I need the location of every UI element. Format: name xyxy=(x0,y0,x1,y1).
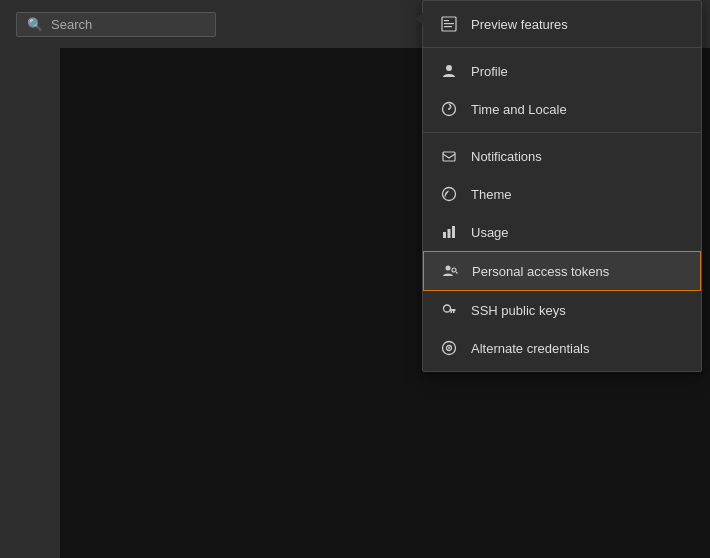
svg-rect-23 xyxy=(448,229,451,238)
notifications-icon xyxy=(439,146,459,166)
svg-rect-24 xyxy=(452,226,455,238)
svg-rect-29 xyxy=(450,309,456,311)
svg-rect-16 xyxy=(444,26,452,27)
svg-point-25 xyxy=(446,266,451,271)
svg-point-17 xyxy=(446,65,452,71)
menu-item-notifications[interactable]: Notifications xyxy=(423,137,701,175)
usage-icon xyxy=(439,222,459,242)
nav-left: 🔍 Search xyxy=(16,12,466,37)
svg-point-34 xyxy=(448,347,450,349)
svg-point-19 xyxy=(448,108,450,110)
menu-item-alternate-credentials[interactable]: Alternate credentials xyxy=(423,329,701,367)
svg-rect-15 xyxy=(444,23,454,24)
time-locale-icon xyxy=(439,99,459,119)
profile-icon xyxy=(439,61,459,81)
svg-point-26 xyxy=(452,268,456,272)
svg-line-27 xyxy=(456,272,458,274)
menu-label-preview-features: Preview features xyxy=(471,17,568,32)
menu-item-profile[interactable]: Profile xyxy=(423,52,701,90)
alternate-credentials-icon xyxy=(439,338,459,358)
menu-label-usage: Usage xyxy=(471,225,509,240)
personal-access-tokens-icon xyxy=(440,261,460,281)
menu-label-theme: Theme xyxy=(471,187,511,202)
user-dropdown-menu: Preview features Profile xyxy=(422,0,702,372)
sidebar xyxy=(0,48,60,558)
svg-rect-14 xyxy=(444,20,449,21)
svg-point-21 xyxy=(443,188,456,201)
menu-label-personal-access-tokens: Personal access tokens xyxy=(472,264,609,279)
menu-item-theme[interactable]: Theme xyxy=(423,175,701,213)
svg-rect-30 xyxy=(453,311,455,313)
menu-label-ssh-public-keys: SSH public keys xyxy=(471,303,566,318)
menu-label-alternate-credentials: Alternate credentials xyxy=(471,341,590,356)
menu-item-ssh-public-keys[interactable]: SSH public keys xyxy=(423,291,701,329)
menu-item-time-and-locale[interactable]: Time and Locale xyxy=(423,90,701,128)
search-icon: 🔍 xyxy=(27,17,43,32)
menu-arrow xyxy=(415,13,423,25)
divider-2 xyxy=(423,132,701,133)
menu-label-time-and-locale: Time and Locale xyxy=(471,102,567,117)
svg-point-28 xyxy=(444,305,451,312)
ssh-keys-icon xyxy=(439,300,459,320)
menu-label-profile: Profile xyxy=(471,64,508,79)
svg-rect-20 xyxy=(443,152,455,161)
divider-1 xyxy=(423,47,701,48)
preview-features-icon xyxy=(439,14,459,34)
menu-item-personal-access-tokens[interactable]: Personal access tokens xyxy=(423,251,701,291)
svg-rect-31 xyxy=(451,311,453,313)
content-area: Preview features Profile xyxy=(60,48,710,558)
main-content: Preview features Profile xyxy=(0,48,710,558)
menu-item-preview-features[interactable]: Preview features xyxy=(423,5,701,43)
svg-rect-22 xyxy=(443,232,446,238)
menu-item-usage[interactable]: Usage xyxy=(423,213,701,251)
menu-label-notifications: Notifications xyxy=(471,149,542,164)
theme-icon xyxy=(439,184,459,204)
search-box[interactable]: 🔍 Search xyxy=(16,12,216,37)
search-label: Search xyxy=(51,17,92,32)
